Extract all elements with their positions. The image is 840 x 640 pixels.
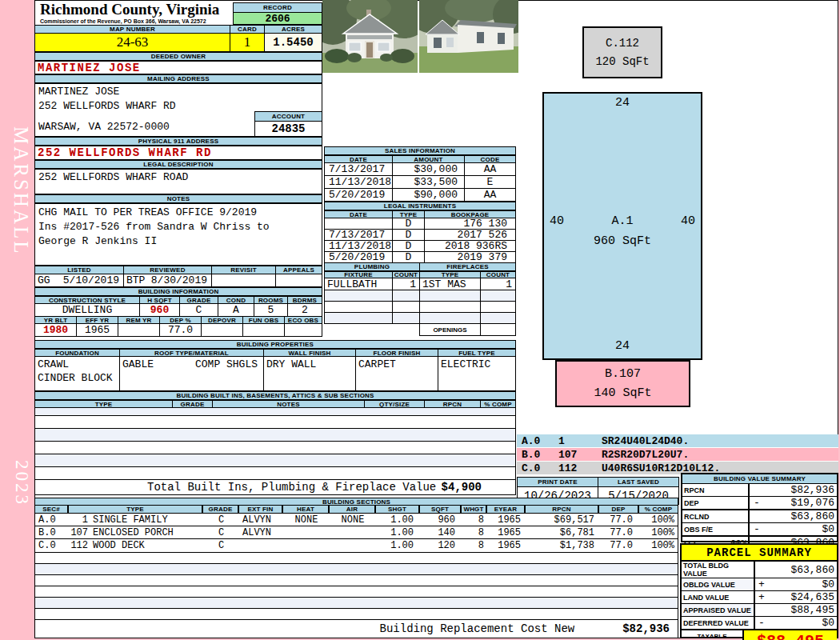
reviewed-date: 8/30/2019 bbox=[151, 274, 207, 286]
sketch-b-sqft: 140 SqFt bbox=[557, 386, 689, 400]
foundation-value: CRAWL CINDER BLOCK bbox=[34, 356, 120, 391]
appeals-value bbox=[275, 274, 322, 287]
record-value: 2606 bbox=[233, 12, 322, 25]
parcel-summary-row: LAND VALUE + $24,635 bbox=[682, 590, 837, 603]
property-photo-front[interactable] bbox=[322, 0, 418, 73]
legal-description-value: 252 WELLFORDS WHARF ROAD bbox=[34, 169, 322, 194]
dep-pct-value: 77.0 bbox=[159, 323, 202, 337]
wall-finish-value: DRY WALL bbox=[263, 356, 356, 391]
cond-value: A bbox=[218, 303, 254, 317]
deeded-owner-label: DEEDED OWNER bbox=[34, 52, 322, 61]
mailing-line-3: WARSAW, VA 22572-0000 bbox=[38, 121, 170, 133]
sales-row: 11/13/2018 $33,500 E bbox=[325, 176, 515, 189]
sketch-legend-row-b: B.0 107 R2SR20D7L20U7. bbox=[517, 448, 838, 462]
legend-num: 107 bbox=[558, 449, 602, 461]
notes-label: NOTES bbox=[34, 194, 322, 203]
legend-code: SR24U40L24D40. bbox=[602, 435, 689, 447]
sketch-a-dim-bottom: 24 bbox=[544, 339, 701, 353]
reviewed-by: BTP bbox=[126, 274, 145, 286]
built-ins-empty-rows bbox=[34, 407, 516, 480]
legend-sec: A.0 bbox=[517, 435, 558, 447]
value-summary-row: RPCN $82,936 bbox=[682, 484, 837, 496]
parcel-summary-label: PARCEL SUMMARY bbox=[682, 545, 837, 562]
property-record-card-page: { "colors": { "pink": "#FFC0CB", "header… bbox=[0, 0, 840, 640]
sketch-section-c: C.112 120 SqFt bbox=[582, 26, 662, 78]
account-value: 24835 bbox=[254, 121, 322, 137]
legal-instruments-table: D 176 130 7/13/2017 D 2017 526 11/13/201… bbox=[324, 218, 516, 263]
built-ins-total-value: $4,900 bbox=[442, 481, 482, 494]
building-section-row: B.0 107 ENCLOSED PORCH C ALVYN 1.00 140 … bbox=[35, 526, 678, 539]
building-section-row: C.0 112 WOOD DECK C 1.00 120 8 1965 $1,7… bbox=[35, 539, 678, 552]
legal-description-label: LEGAL DESCRIPTION bbox=[34, 160, 322, 169]
parcel-summary-row: DEFERRED VALUE - $0 bbox=[682, 616, 837, 629]
openings-value bbox=[480, 323, 516, 336]
value-summary-row: RCLND $63,860 bbox=[682, 509, 837, 522]
sales-info-label: SALES INFORMATION bbox=[324, 146, 516, 155]
taxable-value-label: TAXABLE VALUE bbox=[682, 630, 744, 640]
legend-code: R2SR20D7L20U7. bbox=[602, 449, 689, 461]
built-ins-label: BUILDING BUILT INS, BASEMENTS, ATTICS & … bbox=[34, 391, 516, 400]
mailing-line-1: MARTINEZ JOSE bbox=[38, 86, 119, 98]
built-ins-total-row: Total Built Ins, Plumbing & Fireplace Va… bbox=[34, 479, 516, 495]
deeded-owner-value: MARTINEZ JOSE bbox=[34, 61, 322, 74]
replacement-cost-value: $82,936 bbox=[622, 622, 670, 635]
roof-material: COMP SHGLS bbox=[195, 358, 258, 370]
instrument-row: 11/13/2018 D 2018 936RS bbox=[325, 241, 515, 252]
funobs-value bbox=[242, 323, 285, 337]
card-value: 1 bbox=[230, 33, 265, 52]
sketch-section-a: 24 40 A.1 40 960 SqFt 24 bbox=[542, 92, 702, 360]
sketch-a-sqft: 960 SqFt bbox=[544, 234, 701, 248]
building-properties-label: BUILDING PROPERTIES bbox=[34, 340, 516, 349]
yrblt-value: 1980 bbox=[34, 323, 77, 337]
floor-finish-value: CARPET bbox=[355, 356, 438, 391]
plumbing-fireplace-row: FULLBATH 1 1ST MAS 1 bbox=[325, 278, 515, 290]
sketch-c-id: C.112 bbox=[584, 37, 661, 50]
building-section-row: A.0 1 SINGLE FAMILY C ALVYN NONE NONE 1.… bbox=[35, 514, 678, 526]
hsqft-value: 960 bbox=[139, 303, 180, 317]
plumbing-label: PLUMBING bbox=[324, 262, 420, 271]
ecoobs-value bbox=[284, 323, 322, 337]
sales-row: 5/20/2019 $90,000 AA bbox=[325, 189, 515, 201]
building-sections-table: A.0 1 SINGLE FAMILY C ALVYN NONE NONE 1.… bbox=[34, 513, 678, 553]
instrument-row: 7/13/2017 D 2017 526 bbox=[325, 230, 515, 241]
fireplaces-label: FIREPLACES bbox=[419, 262, 516, 271]
value-summary-row: OBS F/E - $0 bbox=[682, 522, 837, 535]
instrument-row: 5/20/2019 D 2019 379 bbox=[325, 252, 515, 262]
fuel-type-value: ELECTRIC bbox=[438, 356, 516, 391]
legend-sec: B.0 bbox=[517, 449, 558, 461]
listed-by: GG bbox=[38, 274, 50, 286]
foundation-line1: CRAWL bbox=[38, 358, 69, 370]
replacement-cost-row: Building Replacement Cost New $82,936 bbox=[34, 619, 678, 638]
legend-num: 1 bbox=[558, 435, 602, 447]
parcel-summary-row: APPRAISED VALUE $88,495 bbox=[682, 603, 837, 616]
remyr-value bbox=[118, 323, 160, 337]
acres-value: 1.5450 bbox=[264, 33, 322, 52]
note-line: Ins #2017-526 from Sandra W Chriss to bbox=[38, 221, 270, 233]
mailing-address-label: MAILING ADDRESS bbox=[34, 74, 322, 83]
listed-date: 5/10/2019 bbox=[63, 274, 119, 286]
foundation-line2: CINDER BLOCK bbox=[38, 372, 113, 384]
revisit-value bbox=[211, 274, 276, 287]
openings-label: OPENINGS bbox=[419, 323, 481, 336]
sketch-a-dim-right: 40 bbox=[681, 214, 695, 228]
sketch-c-sqft: 120 SqFt bbox=[584, 55, 661, 68]
sketch-a-dim-top: 24 bbox=[544, 96, 701, 110]
effyr-value: 1965 bbox=[76, 323, 118, 337]
plumbing-fireplace-table: FULLBATH 1 1ST MAS 1 bbox=[324, 278, 516, 324]
depovr-value bbox=[201, 323, 243, 337]
sales-row: 7/13/2017 $30,000 AA bbox=[325, 163, 515, 176]
building-value-summary: BUILDING VALUE SUMMARY RPCN $82,936 DEP … bbox=[681, 473, 838, 542]
sketch-a-id: A.1 bbox=[544, 214, 701, 228]
legend-num: 112 bbox=[558, 462, 602, 474]
replacement-cost-label: Building Replacement Cost New bbox=[380, 622, 575, 635]
property-photo-side[interactable] bbox=[419, 0, 518, 73]
reviewed-value: BTP 8/30/2019 bbox=[123, 274, 212, 287]
instrument-row: D 176 130 bbox=[325, 218, 515, 230]
notes-box: CHG MAIL TO PER TREAS OFFICE 9/2019 Ins … bbox=[34, 203, 322, 266]
parcel-summary-row: OBLDG VALUE + $0 bbox=[682, 578, 837, 590]
physical-address-label: PHYSICAL 911 ADDRESS bbox=[34, 137, 322, 146]
year-watermark: 2023 bbox=[2, 454, 32, 512]
parcel-summary: PARCEL SUMMARY TOTAL BLDG VALUE $63,860 … bbox=[680, 543, 838, 638]
vendor-watermark: MARSHALL bbox=[2, 126, 32, 246]
sales-table: 7/13/2017 $30,000 AA 11/13/2018 $33,500 … bbox=[324, 162, 516, 202]
